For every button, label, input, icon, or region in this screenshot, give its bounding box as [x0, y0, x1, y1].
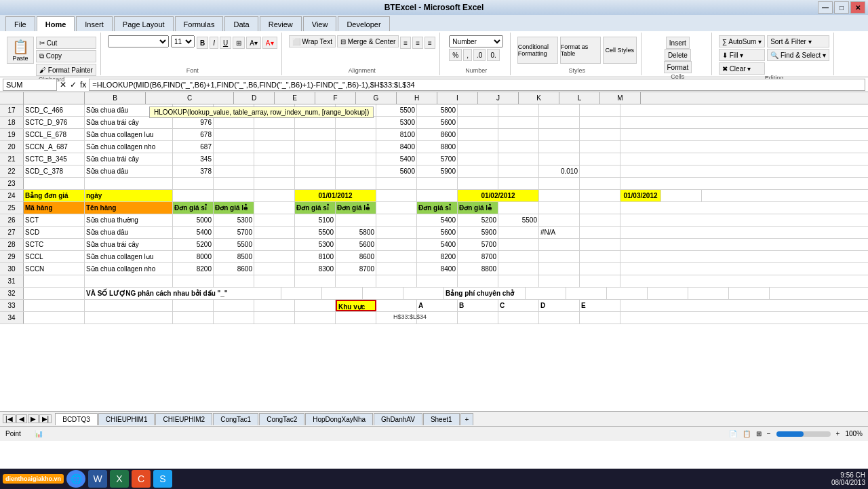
cell-d32[interactable]	[322, 288, 363, 299]
cell-h29[interactable]	[376, 251, 417, 262]
align-center-button[interactable]: ≡	[412, 37, 423, 49]
cell-h33[interactable]	[376, 300, 417, 311]
cell-k23[interactable]	[498, 178, 539, 189]
cell-k29[interactable]	[498, 251, 539, 262]
sheet-tab-congtac2[interactable]: CongTac2	[259, 413, 304, 425]
cell-l31[interactable]	[539, 275, 580, 287]
cell-k19[interactable]	[498, 129, 539, 140]
cell-j19[interactable]	[458, 129, 498, 140]
cell-h32[interactable]	[526, 288, 566, 299]
cell-b33[interactable]	[85, 300, 173, 311]
cell-m33[interactable]: E	[580, 300, 620, 311]
cell-i28[interactable]: 5400	[417, 239, 458, 250]
merge-center-button[interactable]: ⊟ Merge & Center	[337, 35, 399, 47]
cell-l28[interactable]	[539, 239, 580, 250]
cell-b18[interactable]: Sữa chua trái cây	[85, 117, 173, 128]
close-button[interactable]: ✕	[850, 1, 865, 14]
cell-styles-button[interactable]: Cell Styles	[603, 37, 637, 64]
italic-button[interactable]: I	[210, 37, 218, 49]
cell-i21[interactable]: 5700	[417, 153, 458, 165]
cell-i30[interactable]: 8400	[417, 263, 458, 275]
cell-i17[interactable]: 5800	[417, 104, 458, 116]
cell-d24[interactable]	[214, 190, 254, 201]
cell-h26[interactable]	[376, 214, 417, 226]
cell-l22[interactable]: 0.010	[539, 165, 580, 177]
cell-d29[interactable]: 8500	[214, 251, 254, 262]
cell-m17[interactable]	[580, 104, 620, 116]
taskbar-excel-icon[interactable]: X	[110, 470, 129, 488]
status-page-view[interactable]: 📋	[743, 430, 751, 437]
cell-l18[interactable]	[539, 117, 580, 128]
cell-i33[interactable]: A	[417, 300, 458, 311]
cell-k34[interactable]	[498, 312, 539, 324]
cell-f33[interactable]	[295, 300, 336, 311]
cell-j22[interactable]	[458, 165, 498, 177]
col-k[interactable]: K	[519, 92, 559, 104]
format-painter-button[interactable]: 🖌 Format Painter	[36, 64, 96, 76]
sheet-nav-prev[interactable]: ◀	[16, 414, 27, 423]
cell-h27[interactable]	[376, 227, 417, 238]
col-f[interactable]: F	[315, 92, 356, 104]
cell-f23[interactable]	[295, 178, 336, 189]
cell-m30[interactable]	[580, 263, 620, 275]
cell-g33[interactable]: Khu vực	[336, 300, 376, 311]
cell-l27[interactable]: #N/A	[539, 227, 580, 238]
sheet-tab-add[interactable]: +	[460, 413, 474, 425]
cell-f29[interactable]: 8100	[295, 251, 336, 262]
sheet-tab-ghdanhav[interactable]: GhDanhAV	[374, 413, 422, 425]
col-l[interactable]: L	[559, 92, 600, 104]
cell-l21[interactable]	[539, 153, 580, 165]
cell-c32[interactable]	[281, 288, 322, 299]
cell-e21[interactable]	[254, 153, 295, 165]
cell-g27[interactable]: 5800	[336, 227, 376, 238]
cell-j28[interactable]: 5700	[458, 239, 498, 250]
cell-l19[interactable]	[539, 129, 580, 140]
cell-a24[interactable]: Bảng đơn giá	[24, 190, 85, 201]
cell-k27[interactable]	[498, 227, 539, 238]
cell-d30[interactable]: 8600	[214, 263, 254, 275]
col-i[interactable]: I	[437, 92, 478, 104]
cell-k28[interactable]	[498, 239, 539, 250]
cell-g21[interactable]	[336, 153, 376, 165]
number-format-select[interactable]: Number	[449, 35, 503, 47]
cell-d18[interactable]	[214, 117, 254, 128]
sheet-nav-next[interactable]: ▶	[28, 414, 39, 423]
cell-b34[interactable]	[85, 312, 173, 324]
cell-b31[interactable]	[85, 275, 173, 287]
cell-m19[interactable]	[580, 129, 620, 140]
cell-k22[interactable]	[498, 165, 539, 177]
cell-a27[interactable]: SCD	[24, 227, 85, 238]
cell-f19[interactable]	[295, 129, 336, 140]
cell-g19[interactable]	[336, 129, 376, 140]
cell-f21[interactable]	[295, 153, 336, 165]
tab-view[interactable]: View	[303, 16, 337, 31]
cell-e31[interactable]	[254, 275, 295, 287]
sheet-nav-last[interactable]: ▶|	[39, 414, 52, 423]
cell-i29[interactable]: 8200	[417, 251, 458, 262]
formula-input[interactable]: =HLOOKUP(MID(B6,FIND("_",B6)+1,FIND("_",…	[89, 79, 865, 91]
bold-button[interactable]: B	[197, 37, 208, 49]
cell-g31[interactable]	[336, 275, 376, 287]
cell-m20[interactable]	[580, 141, 620, 153]
cell-c20[interactable]: 687	[173, 141, 214, 153]
cell-a23[interactable]	[24, 178, 85, 189]
cell-c24[interactable]	[173, 190, 214, 201]
wrap-text-button[interactable]: ⬜ Wrap Text	[289, 35, 336, 47]
cell-ef24[interactable]: 01/01/2012	[295, 190, 376, 201]
cell-j34[interactable]	[458, 312, 498, 324]
sheet-tab-chieuphim1[interactable]: CHIEUPHIM1	[98, 413, 155, 425]
cancel-formula-icon[interactable]: ✕	[60, 80, 66, 90]
underline-button[interactable]: U	[220, 37, 231, 49]
fill-color-button[interactable]: A▾	[246, 37, 261, 49]
taskbar-chrome-icon[interactable]: 🌐	[66, 470, 85, 488]
cell-e19[interactable]	[254, 129, 295, 140]
col-m[interactable]: M	[600, 92, 641, 104]
cell-e26[interactable]	[254, 214, 295, 226]
cell-l26[interactable]	[539, 214, 580, 226]
cell-g28[interactable]: 5600	[336, 239, 376, 250]
font-size-select[interactable]: 11	[171, 35, 195, 47]
cell-e22[interactable]	[254, 165, 295, 177]
cell-h20[interactable]: 8400	[376, 141, 417, 153]
cell-i22[interactable]: 5900	[417, 165, 458, 177]
cell-b22[interactable]: Sữa chua dâu	[85, 165, 173, 177]
